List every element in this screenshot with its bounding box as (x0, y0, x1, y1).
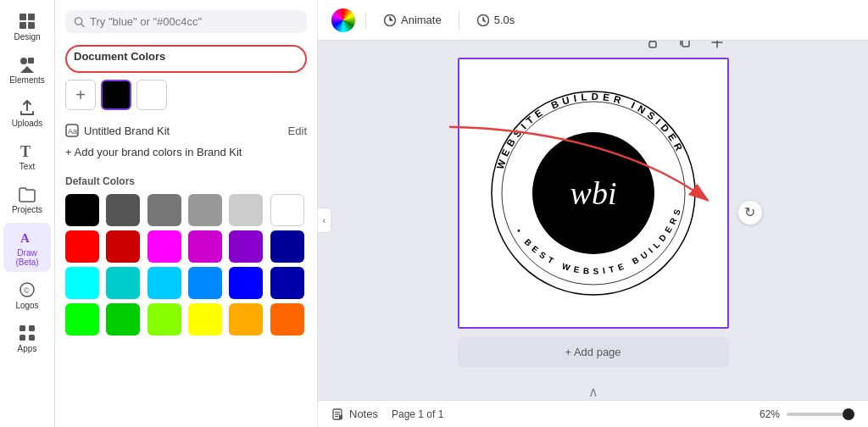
svg-rect-14 (29, 335, 35, 341)
color-swatch-ff00ff[interactable] (147, 230, 181, 263)
clock-icon (476, 14, 490, 27)
animate-label: Animate (401, 14, 442, 26)
color-swatch-000000[interactable] (65, 194, 99, 226)
color-swatch-00cccc[interactable] (106, 267, 140, 299)
color-swatch-cc0000[interactable] (106, 230, 140, 263)
design-canvas[interactable]: WEBSITE BUILDER INSIDER • BEST WEBSITE B… (458, 58, 729, 329)
color-swatch-cccccc[interactable] (229, 194, 263, 226)
color-swatch-00ccff[interactable] (147, 267, 181, 299)
add-brand-label: + Add your brand colors in Brand Kit (65, 146, 242, 158)
svg-rect-0 (19, 14, 26, 20)
logos-icon: © (18, 280, 36, 299)
notes-button[interactable]: Notes (331, 408, 378, 421)
svg-text:©: © (24, 286, 30, 295)
design-icon (18, 12, 36, 30)
svg-rect-5 (28, 58, 34, 64)
white-swatch[interactable] (136, 80, 167, 110)
svg-text:Aa: Aa (68, 127, 77, 136)
document-colors-header: Document Colors (65, 45, 307, 73)
uploads-icon (18, 98, 36, 117)
color-search-input[interactable] (90, 15, 298, 28)
svg-rect-11 (19, 325, 25, 331)
sidebar-label-text: Text (19, 162, 35, 171)
zoom-controls: 62% (760, 408, 854, 420)
color-swatch-ffff00[interactable] (188, 303, 222, 336)
lock-icon-btn[interactable] (641, 41, 665, 54)
color-swatch-555555[interactable] (106, 194, 140, 226)
brand-kit-left: Aa Untitled Brand Kit (65, 124, 170, 137)
color-swatch-999999[interactable] (188, 194, 222, 226)
color-swatch-cc00cc[interactable] (188, 230, 222, 263)
sidebar-label-design: Design (14, 32, 40, 42)
color-swatch-88ff00[interactable] (147, 303, 181, 336)
wbi-logo: WEBSITE BUILDER INSIDER • BEST WEBSITE B… (479, 79, 708, 308)
add-color-btn[interactable]: + (65, 80, 96, 110)
document-colors-label: Document Colors (74, 50, 165, 63)
duplicate-icon-btn[interactable] (673, 41, 697, 54)
color-swatch-00ffff[interactable] (65, 267, 99, 299)
scroll-left-arrow[interactable]: ‹ (318, 208, 331, 233)
svg-rect-21 (649, 42, 656, 47)
color-swatch-00ff00[interactable] (65, 303, 99, 336)
time-button[interactable]: 5.0s (470, 10, 522, 30)
text-icon: T (18, 141, 36, 160)
color-swatch-00cc00[interactable] (106, 303, 140, 336)
add-page-bar[interactable]: + Add page (458, 337, 729, 367)
sidebar-item-elements[interactable]: Elements (3, 50, 51, 90)
top-bar: Animate 5.0s (318, 0, 868, 41)
apps-icon (18, 324, 36, 342)
zoom-thumb[interactable] (843, 408, 854, 420)
animate-button[interactable]: Animate (376, 10, 448, 30)
brand-kit-icon: Aa (65, 124, 79, 137)
black-swatch[interactable] (101, 80, 131, 110)
icon-sidebar: Design Elements Uploads T Text (0, 0, 55, 427)
notes-icon (331, 408, 345, 421)
search-bar (65, 10, 307, 33)
sidebar-item-projects[interactable]: Projects (3, 180, 51, 219)
color-swatch-0000aa[interactable] (270, 267, 304, 299)
sidebar-item-uploads[interactable]: Uploads (3, 93, 51, 133)
color-swatch-0000ff[interactable] (229, 267, 263, 299)
sidebar-item-logos[interactable]: © Logos (3, 275, 51, 315)
color-swatch-ff6600[interactable] (270, 303, 304, 336)
color-swatch-ffffff[interactable] (270, 194, 304, 226)
svg-marker-6 (20, 66, 34, 73)
color-swatch-000099[interactable] (270, 230, 304, 263)
canvas-scroll[interactable]: ‹ (318, 41, 868, 400)
svg-rect-1 (28, 14, 35, 20)
svg-text:T: T (20, 143, 31, 160)
sidebar-item-apps[interactable]: Apps (3, 319, 51, 358)
svg-rect-3 (28, 22, 35, 29)
color-swatch-ffaa00[interactable] (229, 303, 263, 336)
add-brand-btn[interactable]: + Add your brand colors in Brand Kit (65, 142, 307, 162)
brand-kit-edit-btn[interactable]: Edit (288, 125, 307, 137)
svg-rect-13 (19, 335, 25, 341)
color-swatch-0088ff[interactable] (188, 267, 222, 299)
canvas-top-icons (641, 41, 729, 54)
canvas-wrapper: ↻ WEBSITE BUILDER INSIDER (458, 58, 729, 367)
default-color-grid (65, 194, 307, 336)
svg-line-16 (81, 24, 84, 26)
notes-label: Notes (349, 408, 378, 420)
zoom-slider[interactable] (787, 413, 854, 416)
canvas-rotate-btn[interactable]: ↻ (737, 200, 763, 225)
animate-icon (383, 14, 397, 27)
sidebar-label-logos: Logos (15, 301, 38, 310)
zoom-level: 62% (760, 408, 780, 420)
document-color-swatches: + (65, 80, 307, 110)
sidebar-item-design[interactable]: Design (3, 7, 51, 47)
sidebar-label-apps: Apps (18, 344, 37, 353)
color-wheel[interactable] (331, 8, 355, 32)
projects-icon (18, 185, 36, 203)
elements-icon (18, 55, 36, 74)
sidebar-item-text[interactable]: T Text (3, 136, 51, 176)
color-swatch-ff0000[interactable] (65, 230, 99, 263)
more-icon-btn[interactable] (705, 41, 729, 54)
bottom-bar: Notes Page 1 of 1 62% (318, 400, 868, 427)
color-swatch-8800cc[interactable] (229, 230, 263, 263)
sidebar-item-draw[interactable]: A Draw (Beta) (3, 223, 51, 272)
svg-text:wbi: wbi (570, 175, 616, 211)
search-icon (74, 16, 85, 28)
color-swatch-777777[interactable] (147, 194, 181, 226)
up-chevron[interactable]: ∧ (588, 384, 598, 400)
